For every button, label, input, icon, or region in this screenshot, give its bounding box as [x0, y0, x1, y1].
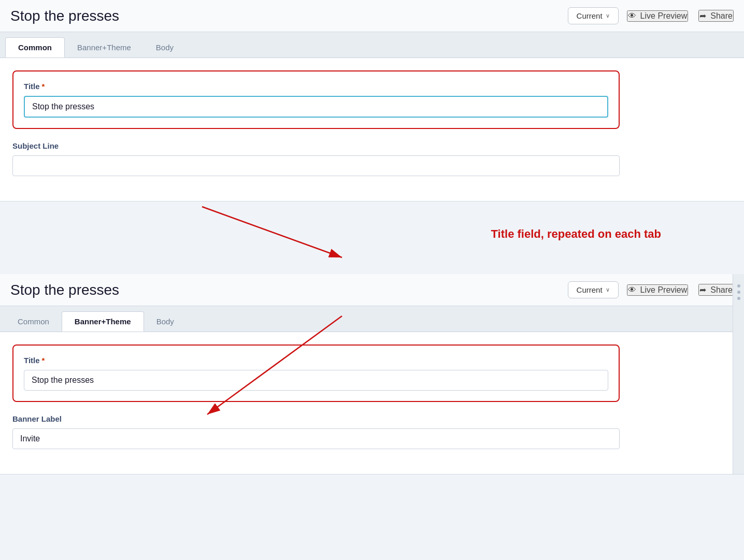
annotation-text: Title field, repeated on each tab	[491, 227, 661, 241]
chevron-down-icon: ∨	[606, 12, 610, 19]
current-dropdown-button-2[interactable]: Current ∨	[568, 281, 619, 298]
annotation-section: Title field, repeated on each tab	[0, 202, 744, 274]
panel-2-tabs: Common Banner+Theme Body	[0, 306, 744, 332]
header-actions-2: 👁 Live Preview ➦ Share	[627, 284, 734, 296]
tab-common-2[interactable]: Common	[5, 311, 62, 332]
panel-1-header: Stop the presses Current ∨ 👁 Live Previe…	[0, 0, 744, 32]
eye-icon: 👁	[628, 11, 636, 21]
eye-icon-2: 👁	[628, 285, 636, 295]
share-arrow-icon: ➦	[699, 11, 706, 21]
share-arrow-icon-2: ➦	[699, 285, 706, 295]
current-dropdown-button[interactable]: Current ∨	[568, 7, 619, 24]
side-indicator	[733, 274, 744, 474]
side-dot-2	[737, 291, 740, 294]
side-dot-1	[737, 284, 740, 288]
share-button-2[interactable]: ➦ Share	[698, 284, 734, 296]
share-button[interactable]: ➦ Share	[698, 10, 734, 22]
subject-line-label-1: Subject Line	[12, 141, 620, 150]
panel-1: Stop the presses Current ∨ 👁 Live Previe…	[0, 0, 744, 202]
tab-common-1[interactable]: Common	[5, 37, 65, 58]
required-star-1: *	[42, 82, 45, 91]
current-label: Current	[577, 11, 603, 20]
title-input-1[interactable]	[24, 96, 608, 118]
title-label-1: Title *	[24, 82, 608, 91]
chevron-down-icon-2: ∨	[606, 286, 610, 293]
live-preview-button[interactable]: 👁 Live Preview	[627, 10, 689, 22]
header-actions: 👁 Live Preview ➦ Share	[627, 10, 734, 22]
banner-label-input-2[interactable]	[12, 428, 620, 449]
live-preview-label: Live Preview	[640, 11, 688, 21]
panel-2: Stop the presses Current ∨ 👁 Live Previe…	[0, 274, 744, 475]
panel-2-header: Stop the presses Current ∨ 👁 Live Previe…	[0, 274, 744, 306]
title-section-highlight-1: Title *	[12, 70, 620, 129]
panel-2-content: Title * Banner Label	[0, 332, 632, 474]
banner-label-label-2: Banner Label	[12, 414, 620, 423]
tab-body-1[interactable]: Body	[144, 37, 186, 58]
live-preview-button-2[interactable]: 👁 Live Preview	[627, 284, 689, 296]
title-label-2: Title *	[24, 356, 608, 365]
svg-line-1	[202, 207, 342, 257]
panel-2-title: Stop the presses	[10, 282, 560, 298]
banner-label-section-2: Banner Label	[12, 414, 620, 449]
subject-line-input-1[interactable]	[12, 155, 620, 176]
share-label: Share	[710, 11, 733, 21]
tab-body-2[interactable]: Body	[144, 311, 187, 332]
side-dot-3	[737, 297, 740, 300]
panel-1-content: Title * Subject Line	[0, 58, 632, 201]
tab-banner-theme-1[interactable]: Banner+Theme	[65, 37, 144, 58]
panel-1-title: Stop the presses	[10, 8, 560, 24]
subject-line-section-1: Subject Line	[12, 141, 620, 176]
live-preview-label-2: Live Preview	[640, 285, 688, 295]
share-label-2: Share	[710, 285, 733, 295]
title-section-highlight-2: Title *	[12, 344, 620, 402]
tab-banner-theme-2[interactable]: Banner+Theme	[62, 311, 144, 332]
required-star-2: *	[42, 356, 45, 365]
current-label-2: Current	[577, 285, 603, 294]
panel-1-tabs: Common Banner+Theme Body	[0, 32, 744, 58]
title-input-2[interactable]	[24, 370, 608, 391]
